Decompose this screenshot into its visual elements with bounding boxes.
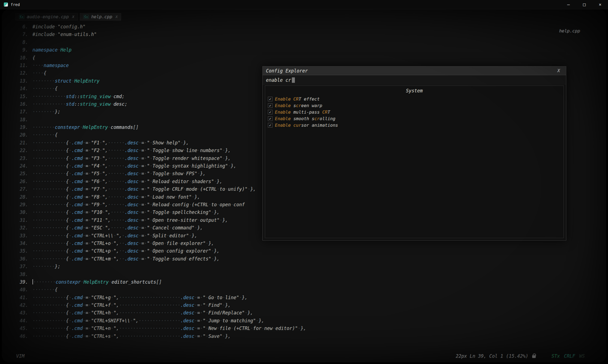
code-line[interactable]: 10.{ [16,54,306,62]
whitespace-dots: ············ [32,302,66,308]
whitespace-dots: ······ [108,194,125,200]
whitespace-dots: · [113,233,116,238]
code-token: .desc [125,248,139,254]
code-token: font" [178,194,192,200]
code-token: "enum-utils.h" [58,32,97,37]
code-token: { [66,148,69,153]
line-number: 46. [16,332,28,340]
code-line[interactable]: 34.············{·.cmd·=·"CTRL+o·",··.des… [16,239,306,247]
code-token: , [105,140,108,145]
popup-close-button[interactable]: X [555,68,563,73]
checkbox-checked-icon[interactable]: ✓ [268,110,272,114]
whitespace-dots: ······ [108,186,125,192]
code-token: editor)" [275,326,298,331]
code-line[interactable]: 6.#include·"config.h" [16,23,306,31]
config-option[interactable]: ✓Enable CRT effect [268,96,561,102]
code-token: = [141,256,144,262]
line-number: 37. [16,263,28,270]
code-token: (+CTRL [200,186,217,192]
whitespace-dots: · [83,148,85,153]
config-option[interactable]: ✓Enable screen warp [268,102,561,109]
minimize-button[interactable]: – [561,0,576,9]
whitespace-dots: · [83,171,85,176]
code-token: .cmd [71,233,83,238]
option-label-segment: Enable [275,123,291,128]
code-token: Toggle [152,171,169,176]
code-token: = [141,171,144,176]
whitespace-dots: ········ [32,86,55,91]
line-number: 16. [16,100,28,108]
code-token: Toggle [152,148,169,153]
checkbox-checked-icon[interactable]: ✓ [268,123,272,128]
code-token: }, [231,163,236,169]
code-line[interactable]: 37.········}; [16,263,306,270]
whitespace-dots: · [100,194,102,200]
config-search-input[interactable]: enable cr [263,75,566,85]
code-line[interactable]: 36.············{·.cmd·=·"CTRL+m·",··.des… [16,255,306,263]
code-token: " [147,225,150,230]
code-line[interactable]: 44.············{·.cmd·=·"CTRL+SHIFT+\\·"… [16,317,306,324]
code-token: .desc [125,202,139,207]
code-line[interactable]: 38. [16,271,306,278]
whitespace-dots: · [183,186,186,192]
code-token: , [116,241,119,246]
whitespace-dots: · [139,248,141,254]
code-token: , [116,295,119,300]
tab-help.cpp[interactable]: C+help.cppX [80,13,121,20]
whitespace-dots: · [69,310,71,316]
code-line[interactable]: 43.············{·.cmd·=·"CTRL+h·",······… [16,309,306,317]
code-token: = [141,202,144,207]
whitespace-dots: ······················ [119,326,180,331]
whitespace-dots: ····· [111,217,125,223]
maximize-button[interactable]: □ [576,0,592,9]
whitespace-dots: · [69,171,71,176]
whitespace-dots: · [88,210,91,215]
checkbox-checked-icon[interactable]: ✓ [268,116,272,121]
code-token: = [197,333,200,339]
whitespace-dots: · [245,310,247,316]
whitespace-dots: · [189,156,191,161]
code-token: Toggle [152,156,169,161]
checkbox-checked-icon[interactable]: ✓ [268,103,272,108]
tab-close-icon[interactable]: X [116,15,118,19]
code-token: #include [32,24,55,29]
whitespace-dots: ············ [32,295,66,300]
tab-audio-engine.cpp[interactable]: C+audio-engine.cppX [16,13,78,20]
whitespace-dots: · [88,318,91,323]
whitespace-dots: · [69,202,71,207]
checkbox-checked-icon[interactable]: ✓ [268,97,272,101]
code-token: , [105,202,108,207]
config-option[interactable]: ✓Enable multi-pass CRT [268,109,561,115]
code-token: }, [217,179,222,184]
code-line[interactable]: 9.namespace·Help [16,46,306,54]
code-token: mode [186,186,197,192]
code-line[interactable]: 42.············{·.cmd·=·"CTRL+f·",······… [16,301,306,309]
popup-titlebar: Config Explorer X [263,66,566,75]
code-line[interactable]: 8. [16,38,306,46]
code-token: , [136,318,139,323]
whitespace-dots: · [144,156,147,161]
code-token: editor [172,179,189,184]
line-number: 38. [16,271,28,278]
whitespace-dots: · [144,248,147,254]
code-line[interactable]: 7.#include·"enum-utils.h" [16,31,306,38]
line-number: 15. [16,93,28,100]
config-option[interactable]: ✓Enable cursor animations [268,122,561,128]
window-titlebar: fred – □ × [0,0,608,9]
close-button[interactable]: × [592,0,608,9]
code-token: { [66,233,69,238]
whitespace-dots: · [83,179,85,184]
code-line[interactable]: 35.············{·.cmd·=·"CTRL+p·",··.des… [16,247,306,255]
code-line[interactable]: 39.········constexpr·HelpEntry·editor_sh… [16,278,306,286]
code-line[interactable]: 46.············{·.cmd·=·"CTRL+s·",······… [16,332,306,340]
whitespace-dots: · [88,233,91,238]
config-option[interactable]: ✓Enable smooth scrolling [268,115,561,122]
window-controls: – □ × [561,0,608,9]
code-line[interactable]: 40.········{ [16,286,306,293]
whitespace-dots: · [83,140,85,145]
code-token: }, [214,248,220,254]
code-token: Reload [152,179,169,184]
code-line[interactable]: 41.············{·.cmd·=·"CTRL+g·",······… [16,294,306,301]
tab-close-icon[interactable]: X [72,15,74,19]
code-line[interactable]: 45.············{·.cmd·=·"CTRL+n·",······… [16,324,306,332]
